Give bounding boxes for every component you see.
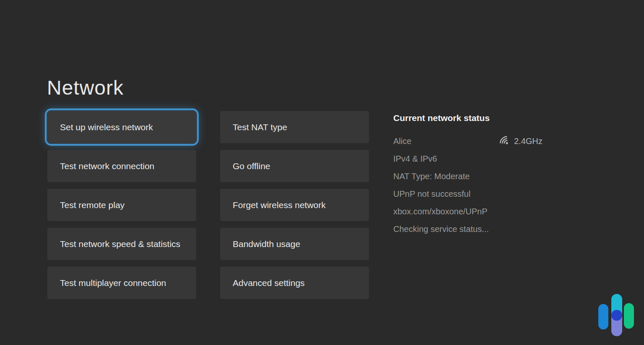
status-line-upnp: UPnP not successful: [393, 185, 545, 203]
button-test-remote-play[interactable]: Test remote play: [47, 189, 196, 221]
button-set-up-wireless-network[interactable]: Set up wireless network: [47, 111, 196, 143]
logo-circle: [611, 310, 622, 321]
current-network-status-panel: Current network status Alice 2.4GHz IPv4…: [393, 113, 545, 238]
button-bandwidth-usage[interactable]: Bandwidth usage: [220, 228, 369, 260]
button-go-offline[interactable]: Go offline: [220, 150, 369, 182]
button-test-network-connection[interactable]: Test network connection: [47, 150, 196, 182]
button-test-network-speed-statistics[interactable]: Test network speed & statistics: [47, 228, 196, 260]
wifi-band: 2.4GHz: [499, 132, 543, 150]
wifi-icon: [497, 134, 513, 149]
status-text-ip-version: IPv4 & IPv6: [393, 154, 437, 164]
status-text-upnp-url: xbox.com/xboxone/UPnP: [393, 207, 488, 216]
status-text-service-status: Checking service status...: [393, 224, 489, 234]
menu-column-right: Test NAT type Go offline Forget wireless…: [220, 111, 369, 306]
wifi-band-label: 2.4GHz: [514, 136, 543, 146]
status-text-nat-type: NAT Type: Moderate: [393, 172, 470, 181]
button-advanced-settings[interactable]: Advanced settings: [220, 267, 369, 299]
menu-column-left: Set up wireless network Test network con…: [47, 111, 196, 306]
button-forget-wireless-network[interactable]: Forget wireless network: [220, 189, 369, 221]
status-line-ip-version: IPv4 & IPv6: [393, 150, 545, 167]
brand-logo: [598, 294, 634, 336]
network-name: Alice: [393, 136, 411, 146]
status-line-upnp-url: xbox.com/xboxone/UPnP: [393, 203, 545, 220]
logo-bar-green: [624, 303, 634, 329]
button-test-multiplayer-connection[interactable]: Test multiplayer connection: [47, 267, 196, 299]
status-row-network-name: Alice 2.4GHz: [393, 132, 545, 150]
status-line-nat-type: NAT Type: Moderate: [393, 167, 545, 185]
page-title: Network: [47, 76, 124, 99]
status-line-service-status: Checking service status...: [393, 220, 545, 238]
status-text-upnp: UPnP not successful: [393, 189, 470, 199]
status-heading: Current network status: [393, 113, 545, 123]
logo-bar-blue: [598, 304, 608, 330]
button-test-nat-type[interactable]: Test NAT type: [220, 111, 369, 143]
